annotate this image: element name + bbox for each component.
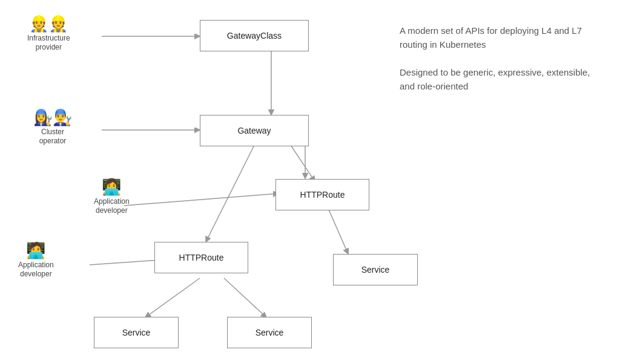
appdev2-icon: 🧑‍💻 bbox=[26, 242, 45, 259]
svg-line-4 bbox=[124, 193, 279, 206]
service-lower-right-box: Service bbox=[227, 317, 312, 348]
appdev1-persona: 👩‍💻 Application developer bbox=[94, 178, 130, 216]
svg-line-9 bbox=[206, 145, 254, 242]
appdev2-label: Application developer bbox=[18, 261, 54, 279]
appdev1-label: Application developer bbox=[94, 197, 130, 216]
appdev1-icon: 👩‍💻 bbox=[102, 178, 121, 196]
svg-line-10 bbox=[327, 206, 348, 254]
infrastructure-label: Infrastructure provider bbox=[27, 34, 70, 53]
infrastructure-icon: 👷👷 bbox=[29, 15, 68, 33]
appdev2-persona: 🧑‍💻 Application developer bbox=[18, 242, 54, 279]
cluster-icon: 👩‍🔧👨‍🔧 bbox=[33, 109, 72, 126]
cluster-operator-persona: 👩‍🔧👨‍🔧 Cluster operator bbox=[33, 109, 72, 146]
svg-line-5 bbox=[90, 260, 160, 265]
svg-line-8 bbox=[291, 145, 315, 181]
gateway-box: Gateway bbox=[200, 115, 309, 146]
svg-line-12 bbox=[224, 278, 266, 317]
info-line1: A modern set of APIs for deploying L4 an… bbox=[400, 24, 605, 51]
gatewayclass-box: GatewayClass bbox=[200, 20, 309, 51]
info-line2: Designed to be generic, expressive, exte… bbox=[400, 66, 605, 93]
service-right-box: Service bbox=[333, 254, 418, 285]
svg-line-11 bbox=[145, 278, 200, 317]
httproute-upper-box: HTTPRoute bbox=[275, 179, 369, 210]
infrastructure-provider-persona: 👷👷 Infrastructure provider bbox=[27, 15, 70, 53]
cluster-label: Cluster operator bbox=[39, 128, 67, 146]
httproute-lower-box: HTTPRoute bbox=[154, 242, 248, 273]
diagram-area: GatewayClass Gateway HTTPRoute HTTPRoute… bbox=[0, 0, 394, 364]
service-lower-left-box: Service bbox=[94, 317, 179, 348]
info-area: A modern set of APIs for deploying L4 an… bbox=[388, 18, 618, 114]
